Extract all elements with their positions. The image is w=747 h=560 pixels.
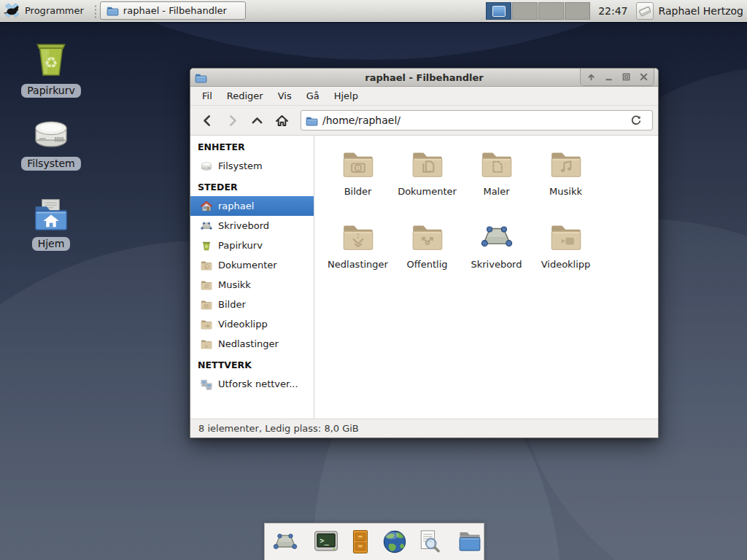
dock-folder-icon bbox=[456, 528, 484, 556]
menu-fil[interactable]: Fil bbox=[195, 87, 220, 105]
desktop-icon bbox=[479, 219, 515, 255]
file-manager-button[interactable] bbox=[456, 527, 484, 556]
sidebar-item-label: Bilder bbox=[218, 299, 246, 310]
workspace-cell-1[interactable] bbox=[486, 2, 511, 20]
cabinet-icon bbox=[347, 528, 374, 556]
file-view[interactable]: BilderDokumenterMalerMusikkNedlastingerO… bbox=[314, 136, 658, 419]
file-item-label: Skrivebord bbox=[471, 259, 522, 270]
file-item-label: Bilder bbox=[344, 186, 372, 197]
statusbar-text: 8 ielementer, Ledig plass: 8,0 GiB bbox=[198, 423, 359, 434]
file-item-offentlig[interactable]: Offentlig bbox=[392, 219, 462, 292]
eraser-icon bbox=[636, 2, 654, 20]
file-item-nedlastinger[interactable]: Nedlastinger bbox=[323, 219, 392, 292]
path-text[interactable]: /home/raphael/ bbox=[322, 114, 620, 126]
sidebar-item-papirkurv[interactable]: ♻Papirkurv bbox=[190, 236, 314, 255]
folder-music-icon bbox=[200, 279, 213, 292]
workspace-pager bbox=[486, 2, 590, 20]
sidebar-item-dokumenter[interactable]: Dokumenter bbox=[190, 255, 314, 275]
home-folder-icon bbox=[31, 195, 71, 235]
menu-g[interactable]: Gå bbox=[299, 87, 327, 105]
desktop-icon-papirkurv[interactable]: ♻Papirkurv bbox=[13, 36, 89, 98]
sidebar-item-label: Filsystem bbox=[218, 160, 263, 171]
workspace-cell-2[interactable] bbox=[512, 2, 538, 20]
globe-icon bbox=[381, 528, 409, 556]
user-badge[interactable]: Raphael Hertzog bbox=[636, 2, 743, 20]
path-entry[interactable]: /home/raphael/ bbox=[301, 110, 653, 131]
terminal-icon: >_ bbox=[312, 528, 340, 556]
desktop-icon-filsystem[interactable]: Filsystem bbox=[13, 114, 89, 171]
back-button[interactable] bbox=[196, 109, 219, 132]
terminal-button[interactable]: >_ bbox=[312, 527, 340, 556]
folder-documents-icon bbox=[200, 259, 213, 272]
file-item-skrivebord[interactable]: Skrivebord bbox=[462, 219, 531, 292]
panel-grip-handle[interactable] bbox=[93, 4, 98, 18]
desktop-icon-label: Filsystem bbox=[21, 157, 80, 171]
show-desktop-button[interactable] bbox=[271, 527, 299, 556]
search-button[interactable] bbox=[415, 527, 443, 556]
taskbar-window-button[interactable]: raphael - Filbehandler bbox=[100, 1, 246, 20]
folder-pictures-icon bbox=[200, 298, 213, 311]
desktop-icon-hjem[interactable]: Hjem bbox=[13, 195, 89, 251]
sidebar-item-bilder[interactable]: Bilder bbox=[190, 295, 314, 314]
sidebar-item-nedlastinger[interactable]: Nedlastinger bbox=[190, 334, 314, 354]
folder-documents-icon bbox=[409, 146, 446, 182]
file-item-maler[interactable]: Maler bbox=[462, 146, 531, 219]
desktop-icon bbox=[200, 219, 213, 233]
file-cabinet-button[interactable] bbox=[347, 527, 374, 556]
sidebar-item-label: Skrivebord bbox=[218, 220, 269, 231]
sidebar-item-skrivebord[interactable]: Skrivebord bbox=[190, 216, 314, 236]
reload-button[interactable] bbox=[624, 109, 648, 132]
maximize-button[interactable] bbox=[618, 70, 634, 84]
workspace-cell-3[interactable] bbox=[538, 2, 564, 20]
sidebar-item-label: Nedlastinger bbox=[218, 338, 279, 349]
file-item-label: Maler bbox=[483, 186, 509, 197]
file-item-dokumenter[interactable]: Dokumenter bbox=[392, 146, 462, 219]
file-item-label: Nedlastinger bbox=[328, 259, 388, 270]
file-item-label: Dokumenter bbox=[398, 186, 457, 197]
menu-hjelp[interactable]: Hjelp bbox=[327, 87, 365, 105]
folder-window-icon bbox=[107, 4, 119, 17]
sidebar-item-videoklipp[interactable]: Videoklipp bbox=[190, 314, 314, 334]
close-button[interactable] bbox=[635, 70, 651, 84]
up-button[interactable] bbox=[245, 109, 268, 132]
file-item-label: Videoklipp bbox=[541, 259, 591, 270]
toolbar: /home/raphael/ bbox=[190, 106, 658, 136]
desktop-icon-label: Papirkurv bbox=[21, 84, 81, 98]
sidebar-item-utforsk-nettver[interactable]: Utforsk nettver... bbox=[190, 374, 314, 394]
file-item-label: Offentlig bbox=[407, 259, 448, 270]
file-item-musikk[interactable]: Musikk bbox=[531, 146, 600, 219]
web-browser-button[interactable] bbox=[381, 527, 409, 556]
shade-button[interactable] bbox=[583, 70, 599, 84]
desktop-root: ♻PapirkurvFilsystemHjem Programmer rapha… bbox=[0, 0, 747, 560]
window-controls bbox=[580, 69, 654, 86]
sidebar-header-enheter: ENHETER bbox=[190, 136, 314, 156]
folder-downloads-icon bbox=[200, 338, 213, 351]
forward-button[interactable] bbox=[220, 109, 244, 132]
panel-clock[interactable]: 22:47 bbox=[598, 5, 627, 17]
window-body: ENHETERFilsystemSTEDERraphaelSkrivebord♻… bbox=[190, 136, 658, 419]
minimize-button[interactable] bbox=[600, 70, 616, 84]
folder-videos-icon bbox=[200, 318, 213, 331]
xfce-logo-icon bbox=[4, 2, 20, 19]
drive-icon bbox=[31, 114, 71, 155]
sidebar-item-raphael[interactable]: raphael bbox=[190, 196, 314, 216]
home-button[interactable] bbox=[270, 109, 293, 132]
drive-icon bbox=[200, 160, 213, 173]
menu-vis[interactable]: Vis bbox=[271, 87, 299, 105]
file-item-videoklipp[interactable]: Videoklipp bbox=[531, 219, 600, 292]
workspace-cell-4[interactable] bbox=[565, 2, 590, 20]
applications-menu-button[interactable]: Programmer bbox=[0, 0, 91, 21]
home-house-icon bbox=[200, 200, 213, 213]
file-manager-window: raphael - Filbehandler FilRedigerVisGåHj… bbox=[190, 68, 659, 438]
trash-small-icon: ♻ bbox=[200, 239, 213, 252]
svg-text:♻: ♻ bbox=[205, 244, 209, 249]
file-item-bilder[interactable]: Bilder bbox=[323, 146, 392, 219]
menu-rediger[interactable]: Rediger bbox=[220, 87, 271, 105]
svg-text:>_: >_ bbox=[320, 536, 329, 545]
user-name: Raphael Hertzog bbox=[659, 5, 743, 17]
sidebar-item-label: Papirkurv bbox=[218, 240, 263, 251]
trash-desktop-icon: ♻ bbox=[28, 36, 74, 82]
window-titlebar[interactable]: raphael - Filbehandler bbox=[190, 69, 658, 87]
sidebar-item-filsystem[interactable]: Filsystem bbox=[190, 156, 314, 176]
sidebar-item-musikk[interactable]: Musikk bbox=[190, 275, 314, 295]
